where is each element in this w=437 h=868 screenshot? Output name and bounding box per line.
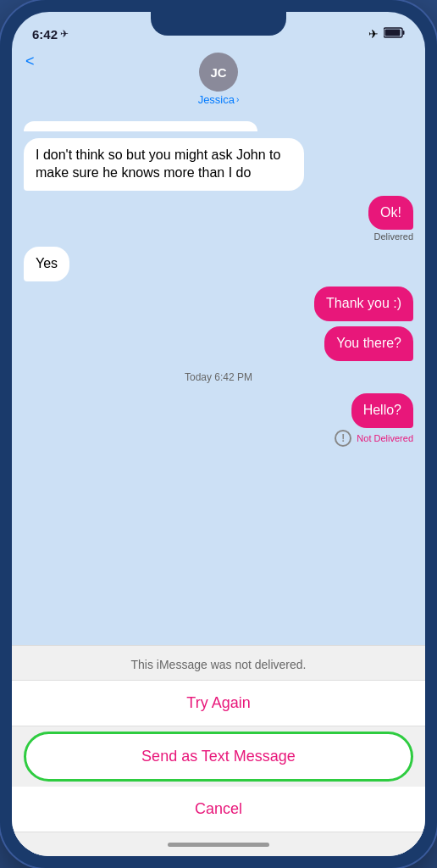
svg-rect-2 [385,30,401,36]
not-delivered-status: Not Delivered [357,433,413,443]
received-bubble: I don't think so but you might ask John … [24,138,304,191]
partial-bubble [24,121,257,131]
sent-bubble: Hello? [351,393,413,428]
chevron-icon: › [236,95,239,104]
svg-rect-1 [403,31,405,35]
home-bar [168,843,269,847]
avatar: JC [199,53,238,92]
try-again-button[interactable]: Try Again [12,681,425,726]
list-item: You there? [24,326,413,361]
sent-bubble: You there? [324,326,413,361]
sent-bubble: Ok! [368,196,413,231]
list-item: Hello? ! Not Delivered [24,393,413,447]
phone-frame: 6:42 ✈ ✈ < JC Jessica › [0,0,437,868]
location-arrow-icon: ✈ [60,28,69,40]
received-bubble: Yes [24,247,69,281]
messages-area: I don't think so but you might ask John … [12,114,425,645]
not-delivered-row: ! Not Delivered [335,430,413,447]
list-item: Ok! Delivered [24,196,413,242]
status-time: 6:42 [32,27,58,42]
list-item [24,121,413,133]
airplane-icon: ✈ [368,27,379,41]
home-indicator [12,832,425,856]
list-item: I don't think so but you might ask John … [24,138,413,191]
error-icon: ! [335,430,351,447]
send-as-text-button[interactable]: Send as Text Message [24,732,413,782]
notch [151,12,286,36]
contact-name[interactable]: Jessica › [198,93,240,106]
battery-icon [384,26,405,42]
action-sheet: This iMessage was not delivered. Try Aga… [12,645,425,856]
delivered-status: Delivered [374,231,413,242]
timestamp: Today 6:42 PM [24,371,413,383]
chat-header: < JC Jessica › [12,49,425,114]
list-item: Thank you :) [24,287,413,321]
phone-screen: 6:42 ✈ ✈ < JC Jessica › [12,12,425,856]
status-icons: ✈ [368,26,405,42]
list-item: Yes [24,247,413,281]
back-button[interactable]: < [25,53,35,70]
sent-bubble: Thank you :) [314,287,413,321]
action-notice: This iMessage was not delivered. [12,646,425,681]
cancel-button[interactable]: Cancel [12,787,425,832]
